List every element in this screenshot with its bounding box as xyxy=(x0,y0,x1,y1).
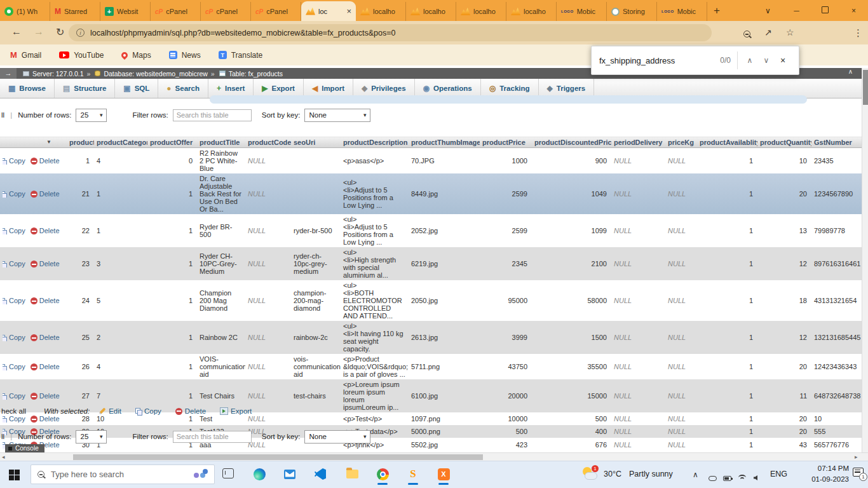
taskbar-file-explorer-icon[interactable] xyxy=(344,466,360,482)
scroll-top-icon[interactable]: ∧ xyxy=(848,68,853,75)
breadcrumb-table[interactable]: Table: fx_products xyxy=(229,70,283,78)
sort-by-key-select[interactable]: None ▾ xyxy=(304,109,370,122)
browser-tab[interactable]: Storing xyxy=(607,2,657,21)
horizontal-scroll-thumb[interactable] xyxy=(73,454,483,460)
browser-tab[interactable]: localho xyxy=(456,2,506,21)
row-copy-link[interactable]: Copy xyxy=(7,260,25,268)
breadcrumb-database[interactable]: Database: websitedemo_mobicrew xyxy=(104,70,207,78)
share-icon[interactable]: ↗ xyxy=(764,27,772,37)
breadcrumb-server[interactable]: Server: 127.0.0.1 xyxy=(32,70,84,78)
browser-tab[interactable]: +Websit xyxy=(100,2,151,21)
filter-rows-input[interactable] xyxy=(173,431,252,443)
task-view-button[interactable] xyxy=(222,468,234,478)
bookmark-item[interactable]: YouTube xyxy=(59,51,104,60)
browser-tab[interactable]: loc× xyxy=(301,1,356,21)
column-header-priceKg[interactable]: priceKg xyxy=(665,137,697,148)
tab-search-icon[interactable]: ∨ xyxy=(754,6,782,15)
rows-count-select[interactable]: 25 ▾ xyxy=(76,109,107,122)
browser-tab[interactable]: cPcPanel xyxy=(151,2,201,21)
tab-close-icon[interactable]: × xyxy=(346,6,351,16)
table-row[interactable]: CopyDelete2331Ryder CH-10PC-Grey-MediumN… xyxy=(0,247,862,280)
rows-count-select[interactable]: 25 ▾ xyxy=(76,430,107,444)
onedrive-icon[interactable] xyxy=(709,472,717,484)
row-delete-link[interactable]: Delete xyxy=(39,227,60,234)
taskbar-clock[interactable]: 07:14 PM 01-09-2023 xyxy=(794,463,849,485)
scroll-right-arrow[interactable]: ▸ xyxy=(855,454,858,460)
temperature-label[interactable]: 30°C xyxy=(604,470,621,478)
wifi-icon[interactable] xyxy=(738,471,746,483)
horizontal-scrollbar[interactable]: ◂ ▸ xyxy=(0,452,868,461)
column-header-productAvailablity[interactable]: productAvailablity xyxy=(697,137,757,148)
row-copy-link[interactable]: Copy xyxy=(7,190,25,198)
forward-button[interactable]: → xyxy=(34,26,44,37)
window-close-button[interactable]: × xyxy=(839,6,868,15)
row-copy-link[interactable]: Copy xyxy=(7,392,25,400)
start-button[interactable] xyxy=(9,470,20,480)
column-header-productCode[interactable]: productCode xyxy=(245,137,291,148)
row-copy-link[interactable]: Copy xyxy=(7,363,25,370)
browser-tab[interactable]: localho xyxy=(356,2,406,21)
column-header-periodDelivery[interactable]: periodDelivery xyxy=(611,137,665,148)
taskbar-vscode-icon[interactable] xyxy=(312,466,329,482)
table-row[interactable]: CopyDelete140R2 Rainbow 2 PC White-BlueN… xyxy=(0,148,862,174)
column-header-productDiscountedPrice[interactable]: productDiscountedPrice xyxy=(532,137,611,148)
menu-kebab-icon[interactable]: ⋮ xyxy=(853,27,863,39)
row-copy-link[interactable]: Copy xyxy=(7,297,25,304)
browser-tab[interactable]: cPcPanel xyxy=(251,2,301,21)
reload-button[interactable]: ↻ xyxy=(56,26,64,38)
row-delete-link[interactable]: Delete xyxy=(39,157,60,165)
column-header-productDescription[interactable]: productDescription xyxy=(341,137,409,148)
find-close-button[interactable]: × xyxy=(775,55,791,65)
table-row[interactable]: CopyDelete2451Champion 200 Mag DiamondNU… xyxy=(0,280,862,321)
row-delete-link[interactable]: Delete xyxy=(39,363,60,370)
find-query[interactable]: fx_shipping_address xyxy=(599,56,720,65)
column-header-productTitle[interactable]: productTitle xyxy=(197,137,245,148)
taskbar-search-box[interactable]: Type here to search xyxy=(31,464,215,484)
pma-tab-sql[interactable]: ▣SQL xyxy=(115,79,158,98)
taskbar-mail-icon[interactable] xyxy=(281,466,298,482)
export-selected-button[interactable]: Export xyxy=(220,407,252,415)
bookmark-item[interactable]: Maps xyxy=(121,51,151,60)
taskbar-edge-icon[interactable] xyxy=(251,466,268,482)
column-options-header[interactable]: ▼ xyxy=(0,137,67,148)
address-bar[interactable]: i localhost/phpmyadmin/sql.php?db=websit… xyxy=(69,24,712,41)
battery-icon[interactable] xyxy=(723,472,731,484)
volume-icon[interactable] xyxy=(754,471,757,483)
edit-selected-button[interactable]: Edit xyxy=(98,407,121,415)
weather-condition-label[interactable]: Partly sunny xyxy=(629,470,673,478)
table-row[interactable]: CopyDelete2211Ryder BR-500NULLryder-br-5… xyxy=(0,214,862,247)
table-row[interactable]: CopyDelete2111Dr. Care Adjustable Back R… xyxy=(0,173,862,214)
pma-tab-browse[interactable]: ▦Browse xyxy=(0,79,55,98)
delete-selected-button[interactable]: Delete xyxy=(175,407,206,415)
column-header-productQuantity[interactable]: productQuantity xyxy=(757,137,811,148)
window-minimize-button[interactable]: ─ xyxy=(782,6,811,15)
row-copy-link[interactable]: Copy xyxy=(7,227,25,234)
row-delete-link[interactable]: Delete xyxy=(39,392,60,400)
pma-console-tab[interactable]: Console xyxy=(5,444,44,452)
bookmark-item[interactable]: News xyxy=(169,51,201,60)
browser-tab[interactable]: localho xyxy=(406,2,456,21)
find-previous-button[interactable]: ∧ xyxy=(742,56,758,65)
row-delete-link[interactable]: Delete xyxy=(39,297,60,304)
copy-selected-button[interactable]: Copy xyxy=(135,407,161,415)
pma-tab-structure[interactable]: ▤Structure xyxy=(55,79,115,98)
pma-tab-search[interactable]: ●Search xyxy=(158,79,208,98)
vertical-scrollbar[interactable] xyxy=(862,68,868,452)
site-info-icon[interactable]: i xyxy=(76,29,85,37)
weather-icon[interactable]: 1 xyxy=(582,466,599,482)
row-copy-link[interactable]: Copy xyxy=(7,334,25,341)
bookmark-star-icon[interactable]: ☆ xyxy=(786,27,794,37)
column-header-seoUri[interactable]: seoUri xyxy=(291,137,341,148)
new-tab-button[interactable]: + xyxy=(714,4,720,17)
filter-rows-input[interactable] xyxy=(173,109,252,121)
column-header-productID[interactable]: productID xyxy=(67,137,94,148)
row-delete-link[interactable]: Delete xyxy=(39,334,60,341)
table-row[interactable]: CopyDelete2521Rainbow 2CNULLrainbow-2c<u… xyxy=(0,321,862,354)
zoom-icon[interactable] xyxy=(743,29,750,40)
back-button[interactable]: ← xyxy=(11,26,22,37)
browser-tab[interactable]: localho xyxy=(506,2,557,21)
browser-tab[interactable]: MStarred xyxy=(50,2,100,21)
column-header-GstNumber[interactable]: GstNumber xyxy=(811,137,862,148)
browser-tab[interactable]: LOGOMobic xyxy=(657,2,707,21)
find-next-button[interactable]: ∨ xyxy=(758,56,775,65)
